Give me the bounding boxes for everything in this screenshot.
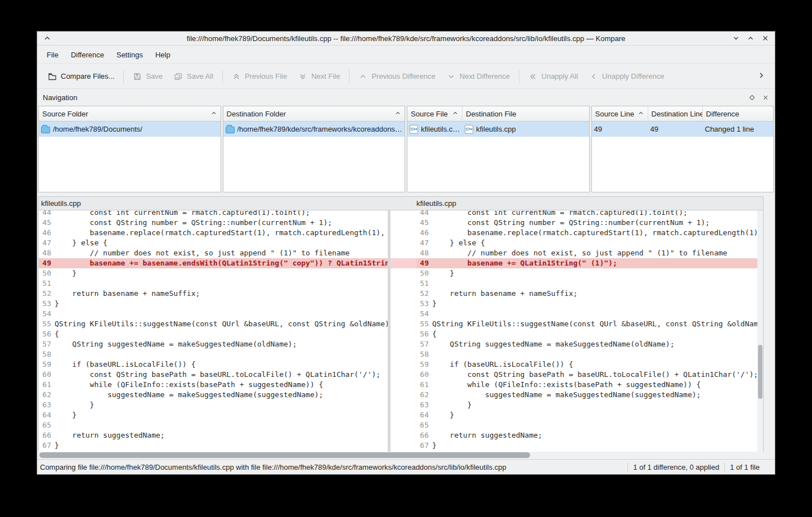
source-code-pane[interactable]: 44 const int currentNum = rmatch.capture… [39,210,388,452]
source-line-header-label: Source Line [595,110,634,118]
code-line: 55QString KFileUtils::suggestName(const … [39,319,388,329]
code-line: 61 while (QFileInfo::exists(basePath + s… [39,380,388,390]
lines-list[interactable]: 49 49 Changed 1 line [592,122,774,192]
compare-files-button[interactable]: Compare Files... [43,68,119,85]
files-list[interactable]: kfileutils.cpp kfileutils.cpp [407,122,589,192]
code-text: } [430,440,437,451]
unapply-difference-button[interactable]: Unapply Difference [584,68,669,85]
code-line: 58 [416,349,763,359]
code-text: return suggestedName; [52,430,165,440]
previous-difference-button[interactable]: Previous Difference [353,68,440,85]
previous-file-label: Previous File [245,72,287,80]
folder-icon [41,127,50,133]
destination-folder-pane: Destination Folder /home/fhek789/kde/src… [223,106,406,192]
changed-code-line[interactable]: 49 basename += QLatin1String(" (1)"); [416,258,763,268]
code-text [52,309,55,319]
code-text: } [52,268,77,278]
lines-header-row: Source Line Destination Line Difference [592,106,774,122]
code-line: 62 suggestedName = makeSuggestedName(sug… [416,390,763,400]
line-number: 67 [39,440,52,451]
cpp-file-icon [410,125,418,134]
code-text: } else { [430,238,485,248]
files-row[interactable]: kfileutils.cpp kfileutils.cpp [407,122,589,137]
destination-code-pane[interactable]: 44 const int currentNum = rmatch.capture… [416,210,763,452]
source-folder-row[interactable]: /home/fhek789/Documents/ [39,122,221,137]
titlebar[interactable]: file:///home/fhek789/Documents/kfileutil… [37,32,775,46]
source-line-column-header[interactable]: Source Line [592,106,648,121]
menu-settings[interactable]: Settings [110,48,149,62]
line-number: 53 [39,299,52,309]
code-text [430,278,432,289]
vertical-scrollbar[interactable] [757,210,763,452]
code-line: 67} [39,440,388,451]
minimize-button[interactable] [732,34,740,42]
destination-folder-column-header[interactable]: Destination Folder [223,106,405,121]
difference-row[interactable]: 49 49 Changed 1 line [592,122,774,137]
code-text: suggestedName = makeSuggestedName(sugges… [52,390,323,400]
code-line: 51 [39,278,388,289]
source-file-column-header[interactable]: Source File [407,106,463,121]
destination-folder-header-label: Destination Folder [227,110,286,118]
horizontal-scrollbar-thumb[interactable] [39,452,530,458]
menu-file[interactable]: File [41,48,65,62]
maximize-button[interactable] [747,34,755,42]
next-file-button[interactable]: Next File [293,68,345,85]
code-lines: 44 const int currentNum = rmatch.capture… [416,210,763,451]
destination-folder-path: /home/fhek789/kde/src/frameworks/kcoread… [237,125,403,133]
code-text: } [52,410,77,420]
dock-float-button[interactable] [748,94,756,101]
code-text: QString KFileUtils::suggestName(const QU… [430,319,763,329]
code-text: } [430,410,454,420]
code-line: 63 } [416,400,763,410]
line-number: 59 [416,359,430,370]
line-number: 59 [39,359,52,370]
line-number: 57 [416,339,430,349]
code-text [52,420,55,430]
code-line: 62 suggestedName = makeSuggestedName(sug… [39,390,388,400]
line-number: 48 [39,248,52,258]
dock-close-button[interactable] [762,94,769,101]
menu-help[interactable]: Help [149,48,177,62]
sort-ascending-icon [210,110,217,118]
toolbar-separator [222,70,223,83]
code-line: 46 basename.replace(rmatch.capturedStart… [416,228,763,238]
compare-files-icon [48,72,57,81]
code-text [52,349,55,359]
status-message: Comparing file file:///home/fhek789/Docu… [40,463,506,471]
source-file-name: kfileutils.cpp [421,125,460,133]
code-line: 59 if (baseURL.isLocalFile()) { [416,359,763,370]
source-file-header-label: Source File [411,110,448,118]
difference-column-header[interactable]: Difference [703,106,774,121]
code-text: } [430,400,472,410]
navigation-panel: Source Folder /home/fhek789/Documents/ D… [37,105,775,195]
previous-file-button[interactable]: Previous File [227,68,292,85]
close-button[interactable] [761,34,769,42]
line-number: 46 [416,228,430,238]
menubar: File Difference Settings Help [37,46,775,64]
code-line: 60 const QString basePath = baseURL.toLo… [416,370,763,380]
changed-code-line[interactable]: 49 basename += basename.endsWith(QLatin1… [39,258,388,268]
next-difference-button[interactable]: Next Difference [442,68,515,85]
save-button[interactable]: Save [128,68,168,85]
line-number: 47 [39,238,52,248]
code-line: 47 } else { [39,238,388,248]
save-all-button[interactable]: Save All [169,68,218,85]
unapply-all-button[interactable]: Unapply All [523,68,583,85]
line-number: 62 [39,390,52,400]
vertical-scrollbar-thumb[interactable] [758,345,762,399]
code-text: const QString basePath = baseURL.toLocal… [52,370,380,380]
code-text: { [430,329,437,339]
source-folder-column-header[interactable]: Source Folder [39,106,221,121]
save-all-label: Save All [187,72,213,80]
source-folder-list[interactable]: /home/fhek789/Documents/ [39,122,221,192]
toolbar-overflow-button[interactable] [753,68,769,85]
code-text: const int currentNum = rmatch.captured(1… [430,210,688,218]
destination-line-column-header[interactable]: Destination Line [648,106,703,121]
destination-folder-row[interactable]: /home/fhek789/kde/src/frameworks/kcoread… [223,122,405,137]
horizontal-scrollbar[interactable] [38,452,764,459]
destination-file-column-header[interactable]: Destination File [463,106,589,121]
destination-folder-list[interactable]: /home/fhek789/kde/src/frameworks/kcoread… [223,122,405,192]
menu-difference[interactable]: Difference [65,48,110,62]
code-line: 53} [416,299,763,309]
line-number: 54 [39,309,52,319]
